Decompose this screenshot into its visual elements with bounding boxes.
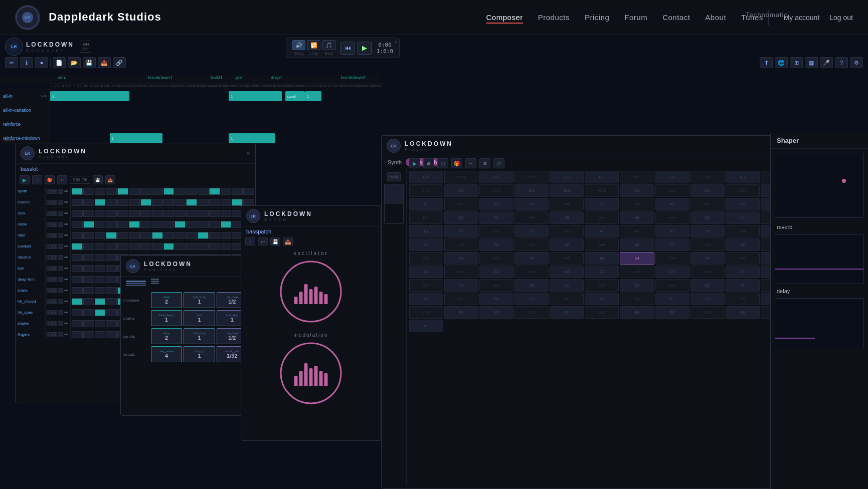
player-key-E2[interactable]: E2 (690, 279, 725, 292)
drummer-hex-btn[interactable]: ⬡ (32, 175, 42, 184)
player-key-C#0[interactable]: C#0 (514, 306, 549, 319)
drummer-pad-hh_open-1[interactable] (72, 309, 83, 316)
drummer-pad-rimshot-1[interactable] (72, 254, 83, 261)
drummer-track-snare-S[interactable]: S (47, 288, 52, 293)
drummer-pad-crunch-16[interactable] (243, 199, 254, 206)
track-lane-reinforce[interactable] (50, 117, 381, 131)
nav-forum[interactable]: Forum (624, 13, 647, 22)
right-globe-btn[interactable]: 🌐 (775, 57, 788, 68)
toolbar-info-btn[interactable]: ℹ (20, 57, 33, 68)
drummer-pad-crunch-8[interactable] (152, 199, 163, 206)
player-key-B0[interactable]: B0 (409, 320, 443, 332)
player-key-G5[interactable]: G5 (444, 252, 478, 265)
drummer-track-rider-S[interactable]: S (47, 233, 52, 238)
drummer-track-tom-△[interactable]: △ (58, 266, 63, 271)
drummer-pad-shaker-2[interactable] (83, 320, 94, 327)
player-key-C2[interactable]: C2 (550, 279, 584, 292)
player-key-A#4[interactable]: A#4 (514, 266, 549, 278)
drummer-track-deep-tom-M[interactable]: M (52, 277, 57, 282)
drummer-track-rimshot-M[interactable]: M (52, 255, 57, 260)
drummer-pad-rider-6[interactable] (129, 232, 140, 239)
player-key-A8[interactable]: A8 (620, 211, 654, 224)
drummer-pad-synth-16[interactable] (243, 188, 254, 195)
drummer-pad-shaker-1[interactable] (72, 320, 83, 327)
drummer-pad-crunch-3[interactable] (95, 199, 106, 206)
drummer-pad-click-2[interactable] (83, 210, 94, 217)
drummer-pad-click-5[interactable] (117, 210, 128, 217)
player-key-C#3[interactable]: C#3 (620, 266, 654, 278)
nav-contact[interactable]: Contact (662, 13, 690, 22)
drummer-fader-crunch[interactable] (64, 201, 68, 203)
drummer-pad-cowbell-9[interactable] (163, 243, 175, 250)
player-key-E1[interactable]: E1 (655, 293, 689, 305)
drummer-pad-noise-2[interactable] (83, 221, 94, 228)
drummer-pad-crunch-6[interactable] (129, 199, 140, 206)
drummer-pad-noise-10[interactable] (175, 221, 186, 228)
player-key-D1[interactable]: D1 (585, 293, 619, 305)
drummer-undo-btn[interactable]: ↩ (57, 175, 67, 184)
drummer-pad-crunch-2[interactable] (83, 199, 94, 206)
toolbar-save-btn[interactable]: 💾 (83, 57, 96, 68)
drummer-pad-crunch-7[interactable] (140, 199, 151, 206)
transport-rewind-btn[interactable]: ⏮ (340, 42, 355, 55)
transport-mode-loop[interactable]: 🔁 (307, 40, 320, 50)
player-loop-btn[interactable]: ⬡ (437, 158, 448, 168)
player-key-A9[interactable]: A9 (655, 198, 689, 210)
player-key-G0[interactable]: G0 (726, 306, 760, 319)
drummer-pad-crunch-4[interactable] (106, 199, 117, 206)
player-key-A2[interactable]: A2 (409, 293, 443, 305)
drummer-pad-rider-9[interactable] (163, 232, 175, 239)
player-key-B9[interactable]: B9 (726, 198, 760, 210)
padlock-cell-drums-kick_dap_l[interactable]: kick_dap_l1 (151, 310, 182, 326)
player-key-F8[interactable]: F8 (479, 211, 513, 224)
drummer-pad-crunch-15[interactable] (232, 199, 243, 206)
drummer-pad-rider-10[interactable] (175, 232, 186, 239)
drummer-track-fingers-M[interactable]: M (52, 332, 57, 337)
drummer-pad-deep-tom-1[interactable] (72, 276, 83, 283)
player-key-D#10[interactable]: D#10 (479, 184, 513, 197)
drummer-pad-rimshot-2[interactable] (83, 254, 94, 261)
drummer-pad-rider-5[interactable] (117, 232, 128, 239)
toolbar-dot-btn[interactable]: ● (35, 57, 48, 68)
drummer-track-tom-S[interactable]: S (47, 266, 52, 271)
player-key-D#8[interactable]: D#8 (409, 211, 443, 224)
drummer-pad-noise-7[interactable] (140, 221, 151, 228)
drummer-track-noise-S[interactable]: S (47, 222, 52, 227)
player-key-D3[interactable]: D3 (655, 266, 689, 278)
drummer-track-noise-M[interactable]: M (52, 222, 57, 227)
drummer-track-noise-△[interactable]: △ (58, 222, 63, 227)
drummer-track-rider-△[interactable]: △ (58, 233, 63, 238)
player-key-C3[interactable]: C3 (585, 266, 619, 278)
drummer-pad-crunch-13[interactable] (209, 199, 220, 206)
drummer-pad-click-4[interactable] (106, 210, 117, 217)
drummer-pad-synth-1[interactable] (72, 188, 83, 195)
player-key-F#0[interactable]: F#0 (690, 306, 725, 319)
drummer-track-rider-M[interactable]: M (52, 233, 57, 238)
player-key-G#10[interactable]: G#10 (655, 184, 689, 197)
drummer-save-btn[interactable]: 💾 (93, 175, 103, 184)
track-s-all-in[interactable]: S (40, 94, 43, 98)
player-key-F#6[interactable]: F#6 (444, 238, 478, 251)
drummer-pad-synth-6[interactable] (129, 188, 140, 195)
drummer-pad-crunch-10[interactable] (175, 199, 186, 206)
drummer-pad-rimshot-4[interactable] (106, 254, 117, 261)
right-settings-btn[interactable]: ⚙ (850, 57, 863, 68)
player-key-G4[interactable]: G4 (409, 266, 443, 278)
delay-display[interactable] (775, 298, 864, 348)
player-key-C5[interactable]: C5 (655, 238, 689, 251)
player-key-A#1[interactable]: A#1 (409, 306, 443, 319)
synth-save-btn[interactable]: 💾 (270, 237, 280, 246)
player-key-C#10[interactable]: C#10 (409, 184, 443, 197)
right-grid-btn[interactable]: ⊞ (790, 57, 803, 68)
player-key-C1[interactable]: C1 (514, 293, 549, 305)
drummer-pad-synth-9[interactable] (163, 188, 175, 195)
player-key-C#11[interactable]: C#11 (444, 171, 478, 183)
drummer-pad-fingers-3[interactable] (95, 331, 106, 338)
drummer-track-click-S[interactable]: S (47, 211, 52, 216)
drummer-fader-rider[interactable] (64, 234, 68, 236)
drummer-pad-click-1[interactable] (72, 210, 83, 217)
player-key-B4[interactable]: B4 (550, 266, 584, 278)
drummer-track-tom-M[interactable]: M (52, 266, 57, 271)
padlock-cell-vocals-drop_it[interactable]: drop_it1 (184, 346, 215, 362)
player-key-C4[interactable]: C4 (620, 252, 654, 265)
